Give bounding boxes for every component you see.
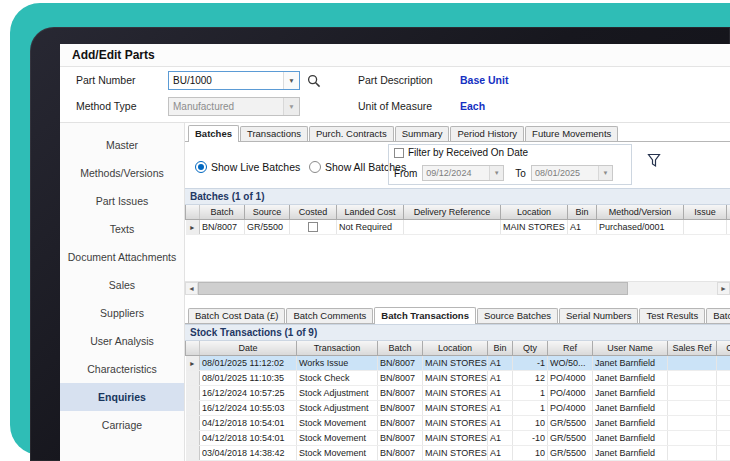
column-header-ref[interactable]: Ref	[548, 341, 593, 356]
tab-future-movements[interactable]: Future Movements	[525, 126, 618, 141]
row-marker-icon	[186, 386, 200, 401]
tab-purch-contracts[interactable]: Purch. Contracts	[309, 126, 394, 141]
column-header-customer-name[interactable]: Customer Name	[717, 341, 730, 356]
column-header-batch[interactable]: Batch	[378, 341, 423, 356]
scrollbar-thumb[interactable]	[198, 282, 628, 295]
tab-batches[interactable]: Batches	[188, 125, 239, 142]
cell-bin: A1	[568, 220, 597, 235]
cell-sales-ref	[668, 356, 717, 371]
column-header-qty[interactable]: Qty	[513, 341, 548, 356]
cell-date: 04/12/2018 10:54:01	[200, 431, 297, 446]
tab-serial-numbers[interactable]: Serial Numbers	[559, 308, 638, 323]
batches-grid-empty-area	[185, 235, 730, 282]
cell-ref: GR/5500	[548, 416, 593, 431]
row-marker-icon	[186, 416, 200, 431]
cell-batch: BN/8007	[378, 401, 423, 416]
scrollbar-track[interactable]	[628, 282, 717, 295]
sidebar-item-user-analysis[interactable]: User Analysis	[60, 327, 184, 355]
column-header-issue[interactable]: Issue	[684, 205, 727, 220]
tab-source-batches[interactable]: Source Batches	[477, 308, 558, 323]
part-number-combo[interactable]: BU/1000 ▼	[168, 71, 300, 90]
column-header-date[interactable]: Date	[200, 341, 297, 356]
sidebar-item-suppliers[interactable]: Suppliers	[60, 299, 184, 327]
chevron-down-icon[interactable]: ▼	[283, 72, 299, 89]
filter-by-date-checkbox[interactable]	[394, 148, 404, 158]
from-date-field[interactable]: 09/12/2024 ▼	[422, 165, 504, 181]
filter-funnel-button[interactable]	[647, 153, 661, 172]
grid-checkbox[interactable]	[308, 222, 318, 232]
table-row[interactable]: ▸08/01/2025 11:12:02Works IssueBN/8007MA…	[186, 356, 730, 371]
cell-customer-name	[717, 356, 730, 371]
column-header-sales-ref[interactable]: Sales Ref	[668, 341, 717, 356]
column-header-delivery-reference[interactable]: Delivery Reference	[404, 205, 501, 220]
scroll-right-icon[interactable]: ►	[717, 282, 730, 295]
scroll-left-icon[interactable]: ◄	[185, 282, 198, 295]
cell-user-name: Janet Barnfield	[593, 356, 668, 371]
tab-batch-cost-data[interactable]: Batch Cost Data (£)	[188, 308, 285, 323]
cell-ref: PO/4000	[548, 371, 593, 386]
filter-by-date-row[interactable]: Filter by Received On Date	[394, 147, 528, 158]
sidebar-item-characteristics[interactable]: Characteristics	[60, 355, 184, 383]
table-row[interactable]: 16/12/2024 10:57:25Stock AdjustmentBN/80…	[186, 386, 730, 401]
cell-sales-ref	[668, 416, 717, 431]
cell-batch: BN/8007	[200, 220, 245, 235]
column-header-on-hand-stock[interactable]: On Hand Stock	[727, 205, 730, 220]
table-row[interactable]: 04/12/2018 10:54:01Stock MovementBN/8007…	[186, 416, 730, 431]
to-date-field[interactable]: 08/01/2025 ▼	[531, 165, 613, 181]
table-row[interactable]: 04/12/2018 10:54:01Stock MovementBN/8007…	[186, 431, 730, 446]
calendar-dropdown-icon[interactable]: ▼	[489, 166, 503, 180]
cell-ref: GR/5500	[548, 431, 593, 446]
batches-header-row: BatchSourceCostedLanded CostDelivery Ref…	[186, 205, 730, 220]
sidebar-item-sales[interactable]: Sales	[60, 271, 184, 299]
cell-customer-name	[717, 401, 730, 416]
cell-bin: A1	[488, 371, 513, 386]
cell-transaction: Stock Check	[297, 371, 378, 386]
cell-location: MAIN STORES	[501, 220, 568, 235]
sidebar-item-document-attachments[interactable]: Document Attachments	[60, 243, 184, 271]
sidebar-item-enquiries[interactable]: Enquiries	[60, 383, 184, 411]
table-row[interactable]: 16/12/2024 10:55:03Stock AdjustmentBN/80…	[186, 401, 730, 416]
cell-costed	[290, 220, 337, 235]
calendar-dropdown-icon[interactable]: ▼	[598, 166, 612, 180]
table-row[interactable]: ▸BN/8007GR/5500Not RequiredMAIN STORESA1…	[186, 220, 730, 235]
column-header-landed-cost[interactable]: Landed Cost	[337, 205, 404, 220]
tab-batch-transactions[interactable]: Batch Transactions	[374, 307, 476, 324]
tab-transactions[interactable]: Transactions	[240, 126, 308, 141]
column-header-user-name[interactable]: User Name	[593, 341, 668, 356]
batches-grid: BatchSourceCostedLanded CostDelivery Ref…	[185, 205, 730, 235]
tab-batch-comments[interactable]: Batch Comments	[286, 308, 373, 323]
column-header-location[interactable]: Location	[423, 341, 488, 356]
column-header-transaction[interactable]: Transaction	[297, 341, 378, 356]
part-lookup-button[interactable]	[305, 72, 323, 90]
tab-period-history[interactable]: Period History	[450, 126, 524, 141]
column-header-method-version[interactable]: Method/Version	[597, 205, 684, 220]
show-live-batches-radio[interactable]: Show Live Batches	[195, 161, 300, 173]
cell-date: 16/12/2024 10:57:25	[200, 386, 297, 401]
cell-customer-name	[717, 386, 730, 401]
spacer	[185, 295, 730, 305]
method-type-value: Manufactured	[169, 98, 283, 115]
tab-summary[interactable]: Summary	[395, 126, 450, 141]
sidebar-item-texts[interactable]: Texts	[60, 215, 184, 243]
cell-sales-ref	[668, 371, 717, 386]
table-row[interactable]: 03/04/2018 14:38:42Stock MovementBN/8007…	[186, 446, 730, 461]
to-date-value: 08/01/2025	[532, 166, 598, 180]
table-row[interactable]: 08/01/2025 11:10:35Stock CheckBN/8007MAI…	[186, 371, 730, 386]
sidebar-item-methods-versions[interactable]: Methods/Versions	[60, 159, 184, 187]
sidebar-item-part-issues[interactable]: Part Issues	[60, 187, 184, 215]
sidebar-item-master[interactable]: Master	[60, 131, 184, 159]
cell-transaction: Stock Adjustment	[297, 386, 378, 401]
tab-test-results[interactable]: Test Results	[639, 308, 705, 323]
column-header-bin[interactable]: Bin	[488, 341, 513, 356]
column-header-location[interactable]: Location	[501, 205, 568, 220]
cell-sales-ref	[668, 431, 717, 446]
column-header-batch[interactable]: Batch	[200, 205, 245, 220]
horizontal-scrollbar[interactable]: ◄ ►	[185, 282, 730, 295]
tab-batch-attachments[interactable]: Batch Attachments	[706, 308, 730, 323]
column-header-source[interactable]: Source	[245, 205, 290, 220]
part-number-label: Part Number	[76, 74, 136, 86]
row-marker-icon: ▸	[186, 356, 200, 371]
column-header-bin[interactable]: Bin	[568, 205, 597, 220]
column-header-costed[interactable]: Costed	[290, 205, 337, 220]
sidebar-item-carriage[interactable]: Carriage	[60, 411, 184, 439]
